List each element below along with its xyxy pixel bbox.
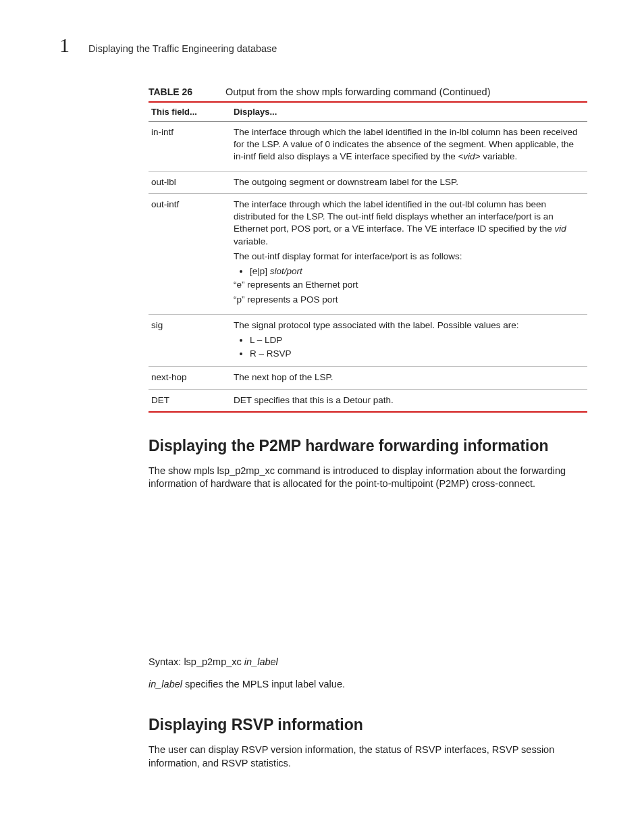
list-item: R – RSVP: [250, 348, 585, 360]
desc-text: The interface through which the label id…: [234, 199, 585, 248]
desc-cell: The interface through which the label id…: [231, 193, 587, 314]
output-fields-table: This field... Displays... in-intf The in…: [149, 103, 587, 413]
table-row: out-lbl The outgoing segment or downstre…: [149, 171, 587, 193]
bullet-list: L – LDP R – RSVP: [234, 334, 585, 360]
desc-cell: The outgoing segment or downstream label…: [231, 171, 587, 193]
field-cell: next-hop: [149, 367, 231, 389]
content-area: TABLE 26 Output from the show mpls forwa…: [149, 84, 585, 770]
table-header-row: This field... Displays...: [149, 103, 587, 122]
table-row: out-intf The interface through which the…: [149, 193, 587, 314]
table-26: TABLE 26 Output from the show mpls forwa…: [149, 84, 587, 413]
page-number: 1: [59, 34, 70, 57]
list-item: [e|p] slot/port: [250, 265, 585, 278]
running-title: Displaying the Traffic Engineering datab…: [88, 43, 277, 54]
desc-text: The interface through which the label id…: [234, 126, 585, 163]
desc-cell: DET specifies that this is a Detour path…: [231, 389, 587, 412]
p2mp-intro: The show mpls lsp_p2mp_xc command is int…: [149, 465, 585, 491]
table-row: in-intf The interface through which the …: [149, 122, 587, 172]
page: 1 Displaying the Traffic Engineering dat…: [0, 0, 644, 813]
field-cell: in-intf: [149, 122, 231, 172]
desc-text: “e” represents an Ethernet port: [234, 279, 585, 291]
syntax-line: Syntax: lsp_p2mp_xc in_label: [149, 656, 585, 669]
desc-text: The out-intf display format for interfac…: [234, 251, 585, 263]
syntax-desc: in_label specifies the MPLS input label …: [149, 678, 585, 692]
field-cell: out-intf: [149, 193, 231, 314]
desc-cell: The interface through which the label id…: [231, 122, 587, 172]
rsvp-intro: The user can display RSVP version inform…: [149, 744, 585, 770]
bullet-list: [e|p] slot/port: [234, 265, 585, 278]
table-row: DET DET specifies that this is a Detour …: [149, 389, 587, 412]
list-item: L – LDP: [250, 334, 585, 346]
table-caption: Output from the show mpls forwarding com…: [225, 86, 490, 97]
table-caption-row: TABLE 26 Output from the show mpls forwa…: [149, 84, 587, 103]
table-row: next-hop The next hop of the LSP.: [149, 367, 587, 389]
col-header-field: This field...: [149, 103, 231, 122]
desc-cell: The signal protocol type associated with…: [231, 314, 587, 367]
page-header: 1 Displaying the Traffic Engineering dat…: [59, 34, 585, 57]
desc-text: “p” represents a POS port: [234, 294, 585, 306]
field-cell: DET: [149, 389, 231, 412]
reserved-space: [149, 500, 585, 656]
desc-text: The signal protocol type associated with…: [234, 319, 585, 332]
col-header-displays: Displays...: [231, 103, 587, 122]
table-row: sig The signal protocol type associated …: [149, 314, 587, 367]
table-label: TABLE 26: [149, 86, 225, 97]
heading-rsvp: Displaying RSVP information: [149, 716, 585, 734]
heading-p2mp: Displaying the P2MP hardware forwarding …: [149, 437, 585, 455]
field-cell: out-lbl: [149, 171, 231, 193]
desc-cell: The next hop of the LSP.: [231, 367, 587, 389]
field-cell: sig: [149, 314, 231, 367]
